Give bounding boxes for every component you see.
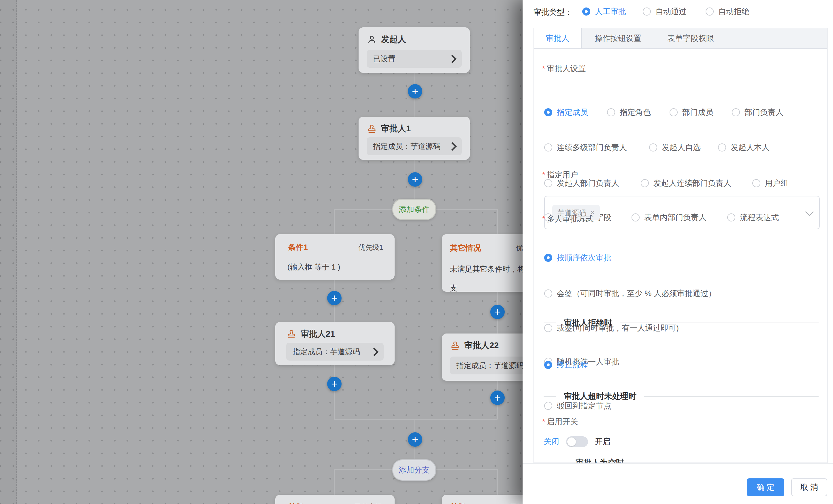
radio-icon — [544, 144, 552, 151]
approver-option[interactable]: 指定角色 — [607, 106, 651, 118]
radio-icon — [544, 254, 552, 262]
person-icon — [367, 34, 377, 45]
cancel-button[interactable]: 取 消 — [791, 478, 827, 496]
add-node-button[interactable]: + — [490, 390, 505, 405]
approver-option[interactable]: 用户组 — [752, 177, 788, 189]
enable-switch-label: *启用开关 — [542, 417, 578, 427]
node-summary: 指定成员：芋道源码 — [373, 142, 449, 151]
approval-type-radio-auto-pass[interactable]: 自动通过 — [643, 6, 687, 17]
condition-title: 并行1 — [288, 502, 308, 504]
approver-option[interactable]: 指定成员 — [544, 106, 588, 118]
tab-approver[interactable]: 审批人 — [534, 28, 582, 48]
chevron-down-icon — [805, 207, 814, 216]
approval-type-radio-manual[interactable]: 人工审批 — [582, 6, 626, 17]
add-node-button[interactable]: + — [490, 305, 505, 319]
connector — [334, 365, 335, 419]
node-summary: 指定成员：芋道源码 — [292, 347, 371, 357]
approver-setting-label: *审批人设置 — [542, 64, 586, 74]
approver-option[interactable]: 部门负责人 — [732, 106, 783, 118]
add-node-button[interactable]: + — [327, 377, 341, 391]
tabs-card: 审批人 操作按钮设置 表单字段权限 *审批人设置 指定成员 指定角色 部门成员 … — [533, 28, 828, 463]
plus-icon: + — [494, 392, 501, 403]
add-node-button[interactable]: + — [408, 172, 422, 186]
add-branch-label: 添加分支 — [399, 465, 430, 475]
approver-option[interactable]: 部门成员 — [670, 106, 713, 118]
approver-option[interactable]: 连续多级部门负责人 — [544, 142, 627, 153]
multi-approve-option[interactable]: 会签（可同时审批，至少 % 人必须审批通过） — [544, 288, 716, 299]
radio-label: 指定成员 — [557, 107, 588, 118]
plus-icon: + — [331, 293, 337, 304]
node-summary-row[interactable]: 已设置 — [367, 50, 462, 68]
radio-icon — [649, 144, 657, 151]
reject-section-divider: 审批人拒绝时 — [544, 318, 818, 328]
radio-label: 发起人连续部门负责人 — [653, 178, 731, 188]
node-summary-row[interactable]: 指定成员：芋道源码 — [367, 137, 462, 155]
connector — [497, 209, 498, 234]
connector — [334, 419, 498, 420]
radio-label: 部门成员 — [682, 107, 713, 118]
multi-approve-label: *多人审批方式 — [542, 214, 593, 224]
section-title: 审批人超时未处理时 — [564, 391, 637, 402]
add-node-button[interactable]: + — [327, 291, 341, 305]
radio-label: 终止流程 — [557, 360, 588, 370]
tab-label: 操作按钮设置 — [595, 33, 641, 44]
tab-form-field-permissions[interactable]: 表单字段权限 — [654, 28, 727, 48]
reject-option[interactable]: 驳回到指定节点 — [544, 400, 611, 411]
radio-icon — [641, 179, 649, 187]
radio-icon — [718, 144, 726, 151]
approver-option[interactable]: 发起人自选 — [649, 142, 701, 153]
required-asterisk: * — [542, 215, 545, 223]
add-node-button[interactable]: + — [408, 84, 422, 99]
radio-icon — [706, 7, 714, 16]
node-parallel1[interactable]: 并行1 无优先级 — [275, 495, 395, 504]
add-condition-pill[interactable]: 添加条件 — [392, 199, 436, 220]
add-node-button[interactable]: + — [408, 432, 422, 447]
node-title: 发起人 — [381, 34, 406, 45]
assigned-user-label: *指定用户 — [542, 170, 578, 180]
assigned-user-select[interactable]: 芋道源码 × — [544, 196, 820, 229]
node-approver1[interactable]: 审批人1 指定成员：芋道源码 — [359, 117, 470, 160]
approver-option[interactable]: 发起人本人 — [718, 142, 769, 153]
reject-option[interactable]: 终止流程 — [544, 359, 588, 371]
node-condition1[interactable]: 条件1 优先级1 (输入框 等于 1 ) — [275, 234, 395, 280]
plus-icon: + — [412, 86, 418, 97]
cancel-label: 取 消 — [801, 482, 818, 493]
enable-switch[interactable] — [566, 436, 588, 447]
required-asterisk: * — [542, 64, 545, 73]
node-approver21[interactable]: 审批人21 指定成员：芋道源码 — [275, 322, 395, 365]
stamp-icon — [450, 341, 460, 351]
canvas-left-strip — [0, 0, 17, 504]
clipped-section-title: 审批人为空时 — [576, 457, 624, 463]
section-title: 审批人拒绝时 — [564, 318, 612, 328]
confirm-button[interactable]: 确 定 — [747, 478, 784, 496]
switch-off-label: 关闭 — [544, 436, 559, 447]
tab-action-buttons[interactable]: 操作按钮设置 — [582, 28, 654, 48]
radio-icon — [544, 402, 552, 410]
condition-body: (输入框 等于 1 ) — [287, 261, 340, 273]
approver-option[interactable]: 发起人连续部门负责人 — [641, 177, 731, 189]
radio-icon — [607, 108, 615, 116]
radio-label: 按顺序依次审批 — [557, 253, 611, 263]
plus-icon: + — [331, 378, 337, 389]
radio-label: 连续多级部门负责人 — [557, 142, 627, 153]
multi-approve-option[interactable]: 按顺序依次审批 — [544, 252, 611, 263]
approval-type-radio-auto-reject[interactable]: 自动拒绝 — [706, 6, 749, 17]
node-summary-row[interactable]: 指定成员：芋道源码 — [286, 343, 384, 360]
required-asterisk: * — [542, 171, 545, 179]
tab-label: 表单字段权限 — [667, 33, 714, 44]
chevron-right-icon — [448, 142, 457, 151]
footer-divider — [523, 463, 833, 464]
add-branch-pill[interactable]: 添加分支 — [392, 459, 436, 481]
chevron-right-icon — [370, 347, 379, 356]
node-summary: 指定成员：芋道源码 — [456, 360, 531, 371]
condition-priority: 优先级1 — [359, 243, 383, 252]
radio-icon — [670, 108, 677, 116]
connector — [497, 469, 498, 495]
node-start[interactable]: 发起人 已设置 — [359, 27, 470, 73]
radio-icon — [544, 289, 552, 298]
approver-config-drawer: 审批类型： 人工审批 自动通过 自动拒绝 审批人 操作按钮设置 表单字段权限 *… — [523, 0, 833, 504]
radio-label: 自动拒绝 — [718, 6, 749, 17]
radio-label: 发起人本人 — [731, 142, 769, 153]
radio-label: 发起人自选 — [662, 142, 701, 153]
tab-bar: 审批人 操作按钮设置 表单字段权限 — [534, 28, 827, 49]
